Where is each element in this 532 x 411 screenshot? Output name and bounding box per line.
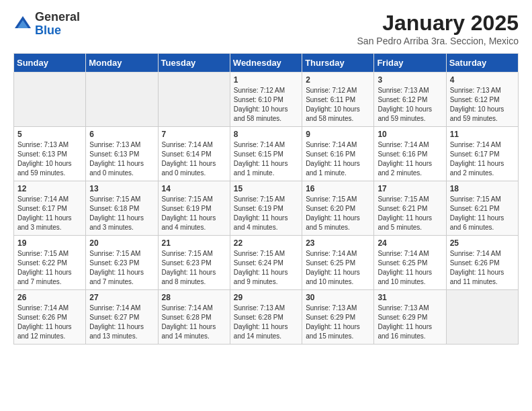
day-info: Sunrise: 7:12 AM Sunset: 6:11 PM Dayligh… [306,86,370,124]
day-number: 7 [162,130,226,139]
logo-text: General Blue [35,11,80,38]
logo: General Blue [13,11,80,38]
day-info: Sunrise: 7:14 AM Sunset: 6:28 PM Dayligh… [162,304,226,341]
page-header: General Blue January 2025 San Pedro Arri… [13,11,519,46]
day-info: Sunrise: 7:14 AM Sunset: 6:15 PM Dayligh… [234,140,298,178]
calendar-cell: 25Sunrise: 7:14 AM Sunset: 6:26 PM Dayli… [446,236,518,290]
calendar-cell: 21Sunrise: 7:15 AM Sunset: 6:23 PM Dayli… [158,236,230,290]
day-number: 15 [234,184,298,193]
day-number: 21 [162,238,226,248]
day-info: Sunrise: 7:14 AM Sunset: 6:27 PM Dayligh… [89,304,154,341]
day-number: 19 [17,238,82,248]
day-number: 31 [378,293,442,302]
day-number: 8 [234,130,298,139]
day-number: 11 [450,130,515,139]
day-number: 13 [89,184,154,193]
day-number: 12 [17,184,82,193]
calendar-cell: 10Sunrise: 7:14 AM Sunset: 6:16 PM Dayli… [374,127,446,181]
logo-general: General [35,10,80,24]
day-number: 30 [306,293,370,302]
day-number: 28 [162,293,226,302]
day-number: 16 [306,184,370,193]
day-of-week-header: Friday [374,54,446,73]
title-block: January 2025 San Pedro Arriba 3ra. Secci… [357,11,519,46]
day-info: Sunrise: 7:14 AM Sunset: 6:17 PM Dayligh… [450,140,515,178]
day-of-week-header: Sunday [14,54,86,73]
day-number: 27 [89,293,154,302]
day-number: 17 [378,184,442,193]
logo-icon [13,15,32,34]
day-info: Sunrise: 7:15 AM Sunset: 6:24 PM Dayligh… [234,249,298,287]
day-info: Sunrise: 7:14 AM Sunset: 6:25 PM Dayligh… [306,249,370,287]
day-number: 20 [89,238,154,248]
calendar-cell: 14Sunrise: 7:15 AM Sunset: 6:19 PM Dayli… [158,181,230,236]
calendar-cell: 12Sunrise: 7:14 AM Sunset: 6:17 PM Dayli… [14,181,86,236]
day-info: Sunrise: 7:13 AM Sunset: 6:12 PM Dayligh… [378,86,442,124]
calendar-cell: 29Sunrise: 7:13 AM Sunset: 6:28 PM Dayli… [230,290,302,345]
day-of-week-header: Monday [86,54,158,73]
day-number: 1 [234,75,298,85]
day-info: Sunrise: 7:14 AM Sunset: 6:16 PM Dayligh… [306,140,370,178]
day-info: Sunrise: 7:14 AM Sunset: 6:17 PM Dayligh… [17,195,82,232]
day-info: Sunrise: 7:15 AM Sunset: 6:21 PM Dayligh… [450,195,515,232]
day-number: 18 [450,184,515,193]
calendar-cell: 16Sunrise: 7:15 AM Sunset: 6:20 PM Dayli… [302,181,374,236]
day-of-week-header: Tuesday [158,54,230,73]
day-number: 24 [378,238,442,248]
calendar-cell: 15Sunrise: 7:15 AM Sunset: 6:19 PM Dayli… [230,181,302,236]
day-of-week-header: Saturday [446,54,518,73]
day-info: Sunrise: 7:13 AM Sunset: 6:29 PM Dayligh… [306,304,370,341]
day-info: Sunrise: 7:15 AM Sunset: 6:19 PM Dayligh… [234,195,298,232]
day-number: 14 [162,184,226,193]
day-number: 3 [378,75,442,85]
day-number: 26 [17,293,82,302]
day-info: Sunrise: 7:14 AM Sunset: 6:25 PM Dayligh… [378,249,442,287]
calendar-cell [14,73,86,127]
day-number: 23 [306,238,370,248]
calendar-cell: 2Sunrise: 7:12 AM Sunset: 6:11 PM Daylig… [302,73,374,127]
day-info: Sunrise: 7:14 AM Sunset: 6:16 PM Dayligh… [378,140,442,178]
calendar-cell: 28Sunrise: 7:14 AM Sunset: 6:28 PM Dayli… [158,290,230,345]
day-info: Sunrise: 7:15 AM Sunset: 6:20 PM Dayligh… [306,195,370,232]
calendar-cell: 13Sunrise: 7:15 AM Sunset: 6:18 PM Dayli… [86,181,158,236]
day-info: Sunrise: 7:15 AM Sunset: 6:18 PM Dayligh… [89,195,154,232]
day-info: Sunrise: 7:15 AM Sunset: 6:23 PM Dayligh… [89,249,154,287]
calendar-cell: 9Sunrise: 7:14 AM Sunset: 6:16 PM Daylig… [302,127,374,181]
calendar-cell: 18Sunrise: 7:15 AM Sunset: 6:21 PM Dayli… [446,181,518,236]
day-number: 9 [306,130,370,139]
calendar-cell: 20Sunrise: 7:15 AM Sunset: 6:23 PM Dayli… [86,236,158,290]
calendar-cell: 22Sunrise: 7:15 AM Sunset: 6:24 PM Dayli… [230,236,302,290]
calendar-cell: 27Sunrise: 7:14 AM Sunset: 6:27 PM Dayli… [86,290,158,345]
day-number: 5 [17,130,82,139]
day-info: Sunrise: 7:15 AM Sunset: 6:23 PM Dayligh… [162,249,226,287]
day-info: Sunrise: 7:13 AM Sunset: 6:13 PM Dayligh… [89,140,154,178]
calendar-cell: 5Sunrise: 7:13 AM Sunset: 6:13 PM Daylig… [14,127,86,181]
day-info: Sunrise: 7:15 AM Sunset: 6:19 PM Dayligh… [162,195,226,232]
calendar-cell: 8Sunrise: 7:14 AM Sunset: 6:15 PM Daylig… [230,127,302,181]
calendar-cell: 7Sunrise: 7:14 AM Sunset: 6:14 PM Daylig… [158,127,230,181]
calendar-cell: 3Sunrise: 7:13 AM Sunset: 6:12 PM Daylig… [374,73,446,127]
calendar-cell: 1Sunrise: 7:12 AM Sunset: 6:10 PM Daylig… [230,73,302,127]
calendar-table: SundayMondayTuesdayWednesdayThursdayFrid… [13,53,519,345]
calendar-cell: 19Sunrise: 7:15 AM Sunset: 6:22 PM Dayli… [14,236,86,290]
day-of-week-header: Wednesday [230,54,302,73]
calendar-cell: 24Sunrise: 7:14 AM Sunset: 6:25 PM Dayli… [374,236,446,290]
day-number: 4 [450,75,515,85]
calendar-cell: 17Sunrise: 7:15 AM Sunset: 6:21 PM Dayli… [374,181,446,236]
calendar-cell: 31Sunrise: 7:13 AM Sunset: 6:29 PM Dayli… [374,290,446,345]
day-number: 29 [234,293,298,302]
day-number: 22 [234,238,298,248]
day-info: Sunrise: 7:14 AM Sunset: 6:26 PM Dayligh… [17,304,82,341]
month-year: January 2025 [357,11,519,36]
calendar-cell [446,290,518,345]
day-info: Sunrise: 7:13 AM Sunset: 6:29 PM Dayligh… [378,304,442,341]
day-number: 6 [89,130,154,139]
day-number: 10 [378,130,442,139]
calendar-cell: 26Sunrise: 7:14 AM Sunset: 6:26 PM Dayli… [14,290,86,345]
day-number: 25 [450,238,515,248]
day-info: Sunrise: 7:14 AM Sunset: 6:26 PM Dayligh… [450,249,515,287]
calendar-cell: 6Sunrise: 7:13 AM Sunset: 6:13 PM Daylig… [86,127,158,181]
calendar-cell [86,73,158,127]
day-info: Sunrise: 7:14 AM Sunset: 6:14 PM Dayligh… [162,140,226,178]
day-number: 2 [306,75,370,85]
